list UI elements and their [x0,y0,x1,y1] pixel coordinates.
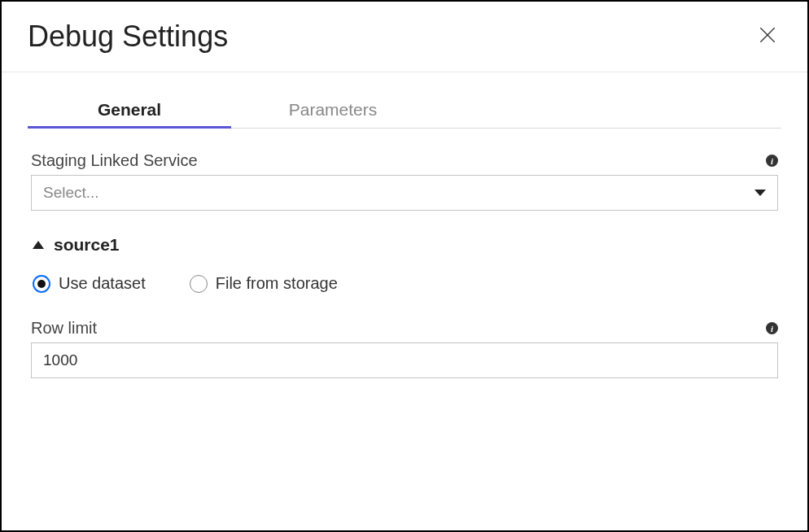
source-collapse-toggle[interactable]: source1 [31,235,778,255]
radio-label-file-from-storage: File from storage [216,274,338,293]
radio-use-dataset[interactable]: Use dataset [33,274,146,293]
tab-general[interactable]: General [28,90,231,128]
row-limit-label: Row limit [31,319,97,338]
tab-bar: General Parameters [28,90,781,129]
staging-linked-service-select[interactable]: Select... [31,175,778,211]
select-placeholder: Select... [43,184,99,202]
close-icon [757,24,778,46]
staging-linked-service-label: Staging Linked Service [31,151,198,170]
tab-parameters[interactable]: Parameters [231,90,435,128]
radio-circle-icon [190,275,208,293]
info-icon[interactable]: i [766,322,778,334]
row-limit-input[interactable] [31,342,778,378]
radio-label-use-dataset: Use dataset [59,274,146,293]
radio-dot-icon [37,280,46,288]
info-icon[interactable]: i [766,155,778,167]
dialog-title: Debug Settings [28,20,228,54]
collapse-triangle-icon [33,241,44,249]
radio-circle-icon [33,275,50,293]
radio-file-from-storage[interactable]: File from storage [190,274,338,293]
chevron-down-icon [754,190,766,196]
source-name-label: source1 [54,235,120,255]
close-button[interactable] [754,21,781,52]
